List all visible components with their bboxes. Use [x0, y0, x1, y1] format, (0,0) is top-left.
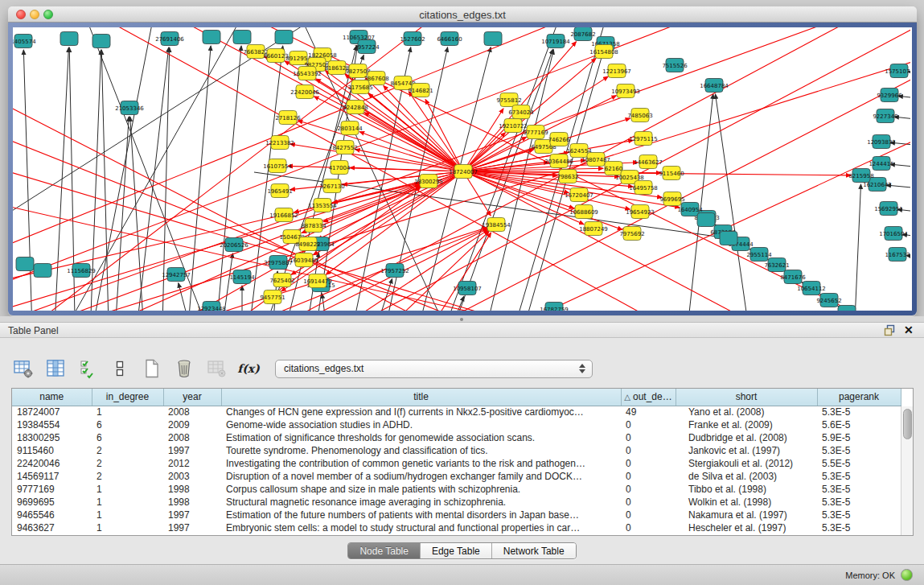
graph-node[interactable]: 12213382 [265, 136, 294, 150]
graph-node[interactable]: 16648784 [700, 79, 729, 93]
graph-node[interactable]: 27691406 [155, 32, 184, 46]
column-header-name[interactable]: name [12, 389, 92, 406]
graph-node[interactable]: 2087682 [570, 27, 595, 41]
delete-column-icon[interactable] [174, 358, 195, 379]
panel-splitter[interactable] [0, 316, 924, 322]
graph-node[interactable] [60, 32, 78, 46]
column-header-year[interactable]: year [163, 389, 221, 406]
table-row[interactable]: 969969511998Structural magnetic resonanc… [12, 496, 901, 509]
graph-node[interactable]: 1167533 [885, 248, 910, 262]
column-header-title[interactable]: title [221, 389, 621, 406]
graph-node[interactable] [16, 257, 34, 271]
table-row[interactable]: 1456911722003Disruption of a novel membe… [12, 470, 901, 483]
graph-node[interactable]: 417004 [329, 161, 351, 175]
column-header-out-degree[interactable]: △out_de… [621, 389, 676, 406]
graph-node[interactable]: 7632621 [764, 258, 789, 272]
graph-node[interactable] [275, 31, 293, 44]
graph-node[interactable]: 9115460 [659, 167, 684, 180]
table-row[interactable]: 946554611997Estimation of the future num… [12, 509, 901, 521]
table-select-dropdown[interactable]: citations_edges.txt [275, 360, 593, 378]
graph-node[interactable]: 2718126 [275, 111, 301, 125]
graph-node[interactable]: 9242848 [343, 101, 368, 114]
graph-node[interactable]: 746266 [548, 133, 570, 146]
graph-node[interactable] [233, 31, 251, 44]
graph-node[interactable] [720, 232, 737, 245]
graph-node[interactable]: 10719184 [541, 35, 570, 48]
graph-node[interactable]: 19166852 [269, 208, 298, 222]
new-column-icon[interactable] [142, 358, 162, 379]
graph-node[interactable]: 1527602 [400, 32, 425, 46]
graph-node[interactable]: 15692951 [874, 202, 903, 216]
graph-node[interactable]: 12975115 [629, 132, 658, 146]
scrollbar-thumb[interactable] [903, 409, 912, 439]
graph-node[interactable]: 9245652 [816, 294, 841, 307]
graph-node[interactable]: 15751074 [885, 64, 910, 78]
graph-node[interactable]: 9227349 [873, 109, 897, 123]
graph-node[interactable]: 6734024 [508, 105, 534, 119]
graph-node[interactable]: 9777169 [523, 126, 548, 139]
table-row[interactable]: 911546021997Tourette syndrome. Phenomeno… [12, 444, 901, 457]
float-panel-icon[interactable] [884, 324, 896, 336]
table-row[interactable]: 1872400712008Changes of HCN gene express… [12, 406, 901, 418]
table-row[interactable]: 1938455462009Genome-wide association stu… [12, 418, 901, 431]
graph-node[interactable]: 7957224 [354, 40, 380, 54]
graph-node[interactable]: 19654923 [626, 205, 655, 219]
graph-node[interactable]: 1965491 [267, 184, 292, 198]
close-panel-icon[interactable]: ✕ [904, 324, 916, 336]
import-table-icon[interactable] [206, 358, 227, 379]
graph-node[interactable]: 8878334 [301, 219, 326, 233]
graph-node[interactable]: 16107554 [263, 159, 292, 173]
graph-node[interactable]: 8471676 [780, 270, 806, 284]
graph-node[interactable] [203, 31, 220, 44]
table-row[interactable]: 946362711997Embryonic stem cells: a mode… [12, 521, 901, 534]
graph-node[interactable]: 7975692 [619, 227, 644, 241]
graph-node[interactable]: 9329966 [877, 89, 902, 102]
graph-node[interactable]: 12213967 [602, 64, 631, 78]
table-row[interactable]: 1830029562008Estimation of significance … [12, 431, 901, 444]
graph-node[interactable]: 8660123 [263, 49, 288, 63]
graph-node[interactable]: 8498222 [295, 237, 320, 251]
graph-node[interactable]: 6466160 [437, 32, 462, 46]
table-mode-icon[interactable] [13, 358, 34, 379]
graph-node[interactable]: 17957252 [380, 264, 409, 278]
window-titlebar[interactable]: citations_edges.txt [8, 6, 917, 23]
column-header-in-degree[interactable]: in_degree [92, 389, 163, 406]
graph-node[interactable]: 1145194 [229, 270, 255, 284]
graph-node[interactable]: 10958107 [453, 282, 482, 295]
graph-node[interactable]: 9699695 [659, 192, 684, 206]
graph-node[interactable]: 9457751 [260, 290, 285, 304]
graph-node[interactable]: 12093832 [867, 135, 896, 149]
graph-node[interactable]: 62160 [605, 162, 622, 175]
graph-node[interactable]: 32975887 [264, 256, 293, 270]
graph-node[interactable]: 11156829 [67, 264, 96, 278]
graph-node[interactable]: 3175685 [347, 80, 372, 94]
table-vertical-scrollbar[interactable] [901, 406, 913, 535]
column-header-short[interactable]: short [676, 389, 817, 406]
show-columns-icon[interactable] [45, 358, 66, 379]
graph-node[interactable]: 2803144 [337, 122, 363, 135]
graph-node[interactable]: 8427552 [332, 141, 357, 154]
column-header-pagerank[interactable]: pagerank [817, 389, 901, 406]
function-builder-icon[interactable]: f(x) [238, 358, 259, 379]
tab-node-table[interactable]: Node Table [348, 543, 421, 558]
graph-node[interactable]: 798632 [557, 170, 579, 183]
tab-network-table[interactable]: Network Table [492, 543, 576, 558]
graph-node[interactable] [697, 213, 715, 227]
graph-node[interactable]: 7515526 [662, 59, 688, 72]
graph-node[interactable] [838, 306, 856, 311]
graph-node[interactable] [34, 264, 51, 278]
graph-node[interactable]: 15720407 [565, 188, 593, 202]
graph-node[interactable]: 10654112 [797, 282, 826, 295]
graph-node[interactable]: 7485063 [627, 109, 652, 122]
graph-node[interactable]: 1405574 [13, 35, 36, 48]
graph-node[interactable]: 8215958 [848, 169, 873, 183]
graph-node[interactable]: 9146821 [408, 84, 433, 97]
table-row[interactable]: 977716911998Corpus callosum shape and si… [12, 483, 901, 496]
graph-node[interactable] [484, 32, 502, 46]
graph-node[interactable]: 12923448 [197, 302, 226, 311]
table-row[interactable]: 2242004622012Investigating the contribut… [12, 457, 901, 470]
graph-node[interactable]: 1244415 [869, 157, 893, 171]
merge-rows-icon[interactable] [109, 358, 130, 379]
graph-node[interactable] [92, 35, 110, 48]
graph-node[interactable]: 14463627 [634, 155, 663, 169]
